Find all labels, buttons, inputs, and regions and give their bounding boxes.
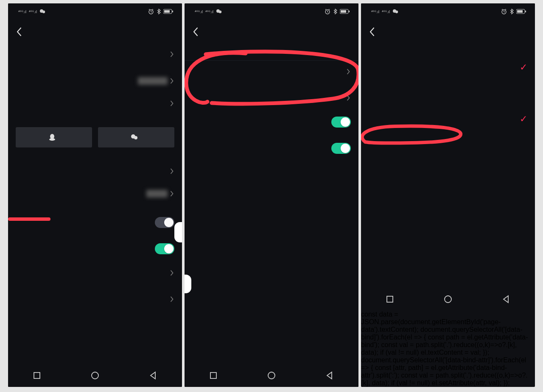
allow-invite-toggle[interactable] [331,117,351,128]
row-allow-invite [185,109,358,135]
annotation-bump-1 [174,222,182,242]
approve-toggle[interactable] [331,143,351,154]
option-level-5[interactable] [361,162,535,177]
chevron-right-icon [170,100,174,107]
nav-recents-icon[interactable] [209,371,218,381]
nav-home-icon[interactable] [91,371,99,381]
checkmark-icon: ✓ [520,63,527,72]
alarm-icon [501,8,507,16]
svg-rect-26 [387,296,393,302]
title-bar [8,20,182,43]
title-bar [361,20,535,43]
header-follow-owner [361,43,535,55]
row-approve [185,135,358,161]
svg-rect-17 [341,10,346,13]
invite-qq-button[interactable] [16,127,92,147]
row-admin[interactable] [185,61,358,83]
battery-icon [516,9,526,15]
option-level-12[interactable] [361,192,535,208]
signal-bars-icon: ⁴⁶ᴳ.ıl [382,10,390,14]
chevron-right-icon [347,95,351,101]
svg-point-7 [49,138,55,141]
option-level-17[interactable] [361,223,535,238]
chevron-right-icon [170,78,174,84]
option-level-15[interactable] [361,208,535,223]
row-group-name[interactable] [8,70,182,92]
svg-rect-4 [172,11,173,12]
option-level-3[interactable] [361,147,535,162]
bluetooth-icon [333,8,337,16]
wechat-icon [39,9,46,15]
nickname-value-blurred [146,190,168,197]
svg-point-1 [42,10,45,13]
bluetooth-icon [157,8,161,16]
screen-group-manage: ⁴⁶ᴳ.ıl ⁴⁶ᴳ.ıl [185,3,358,387]
row-nickname[interactable] [8,182,182,205]
battery-icon [163,9,174,15]
alarm-icon [148,8,154,16]
nav-recents-icon[interactable] [33,371,41,381]
signal-bars-icon: ⁴⁶ᴳ.ıl [205,10,213,14]
title-bar [185,20,358,43]
signal-bars-icon: ⁴⁶ᴳ.ıl [29,10,37,14]
checkmark-icon: ✓ [520,114,527,124]
screen-threshold: ⁴⁶ᴳ.ıl ⁴⁶ᴳ.ıl ✓ ✓ [361,3,535,387]
option-no-require-1[interactable]: ✓ [361,55,535,80]
status-bar: ⁴⁶ᴳ.ıl ⁴⁶ᴳ.ıl [185,3,358,20]
back-button[interactable] [190,26,202,38]
row-group-manage[interactable] [8,160,182,182]
svg-point-11 [92,372,98,379]
nav-recents-icon[interactable] [386,295,394,305]
member-limit-info [185,43,358,60]
svg-point-19 [268,372,275,379]
svg-point-9 [134,136,137,139]
nav-home-icon[interactable] [267,371,276,381]
svg-rect-16 [349,11,350,12]
row-invite-douyin[interactable] [8,43,182,65]
back-button[interactable] [13,26,25,38]
chevron-right-icon [170,168,174,175]
option-require-follow[interactable] [361,80,535,95]
option-level-9[interactable] [361,177,535,192]
signal-4g-icon: ⁴⁶ᴳ.ıl [18,10,26,14]
nav-home-icon[interactable] [444,295,452,305]
svg-rect-24 [525,11,526,12]
chevron-right-icon [170,190,174,197]
nav-back-icon[interactable] [149,371,157,381]
svg-rect-25 [517,10,523,13]
option-level-0[interactable]: ✓ [361,107,535,131]
svg-rect-5 [164,10,170,13]
svg-point-27 [445,296,451,303]
android-navbar [361,289,535,311]
screen-chat-details: ⁴⁶ᴳ.ıl ⁴⁶ᴳ.ıl [8,3,182,387]
svg-point-13 [219,10,221,13]
annotation-underline [8,217,50,221]
alarm-icon [325,8,330,16]
invite-wechat-button[interactable] [98,127,174,147]
header-fan-level [361,95,535,107]
chevron-right-icon [170,270,174,276]
android-navbar [8,366,182,387]
nav-back-icon[interactable] [502,295,510,305]
row-group-notice[interactable] [8,92,182,114]
chevron-right-icon [347,68,351,75]
row-report[interactable] [8,262,182,284]
row-pin [8,236,182,262]
signal-4g-icon: ⁴⁶ᴳ.ıl [371,10,379,14]
nav-back-icon[interactable] [325,371,334,381]
option-level-1[interactable] [361,131,535,147]
pin-toggle[interactable] [155,243,174,254]
annotation-bump-2 [185,275,191,293]
group-name-value-blurred [138,77,168,85]
svg-rect-10 [34,373,40,378]
option-level-20[interactable] [361,238,535,253]
svg-point-21 [395,10,398,13]
signal-4g-icon: ⁴⁶ᴳ.ıl [195,10,203,14]
row-threshold[interactable] [185,87,358,109]
battery-icon [340,9,350,15]
chevron-right-icon [170,51,174,58]
bluetooth-icon [509,8,514,16]
back-button[interactable] [366,26,378,38]
mute-toggle[interactable] [155,217,174,228]
row-exit[interactable] [8,288,182,310]
